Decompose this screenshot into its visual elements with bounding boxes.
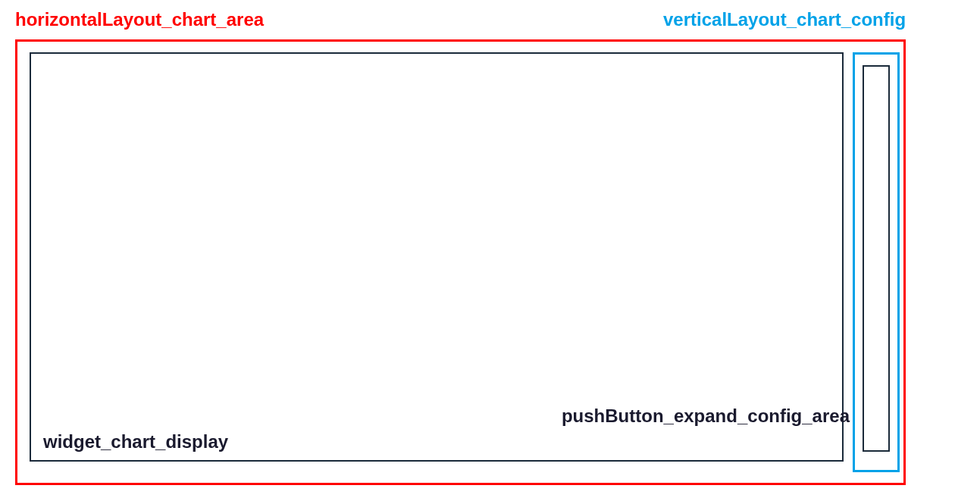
horizontal-layout-label: horizontalLayout_chart_area	[15, 9, 264, 30]
horizontal-layout-chart-area: widget_chart_display pushButton_expand_c…	[15, 39, 906, 485]
push-button-label: pushButton_expand_config_area	[562, 405, 850, 427]
push-button-expand-config-area[interactable]	[863, 65, 890, 452]
vertical-layout-label: verticalLayout_chart_config	[663, 9, 906, 30]
widget-chart-display-label: widget_chart_display	[43, 431, 228, 452]
vertical-layout-chart-config	[853, 52, 900, 472]
widget-chart-display: widget_chart_display pushButton_expand_c…	[30, 52, 844, 462]
